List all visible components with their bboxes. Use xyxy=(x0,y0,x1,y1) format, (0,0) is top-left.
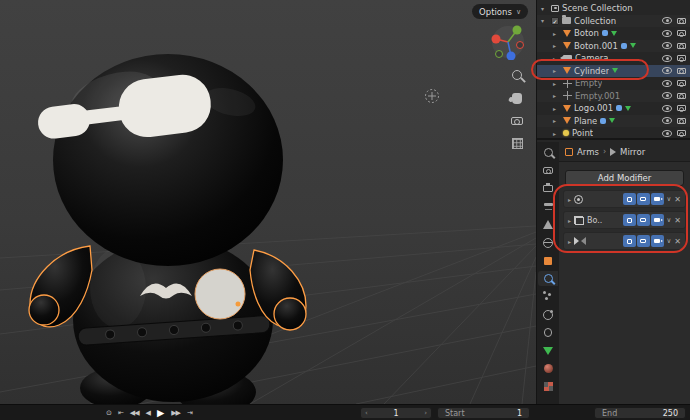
close-icon[interactable]: ✕ xyxy=(674,195,681,204)
edit-mode-toggle[interactable] xyxy=(623,235,636,247)
outliner-row-boton-001[interactable]: ▸ Boton.001 xyxy=(537,40,690,53)
expand-icon[interactable]: ▸ xyxy=(553,80,560,87)
realtime-toggle[interactable] xyxy=(637,193,650,205)
hide-eye-icon[interactable] xyxy=(662,92,672,99)
add-modifier-button[interactable]: Add Modifier xyxy=(565,170,684,186)
hide-eye-icon[interactable] xyxy=(662,130,672,137)
tab-modifiers[interactable] xyxy=(538,271,558,286)
chevron-down-icon[interactable]: ∨ xyxy=(667,237,672,245)
render-toggle[interactable] xyxy=(651,214,664,226)
expand-icon[interactable]: ▸ xyxy=(568,217,571,224)
outliner-row-point[interactable]: ▸ Point xyxy=(537,127,690,140)
disable-render-camera-icon[interactable] xyxy=(677,93,686,99)
tab-object-data[interactable] xyxy=(538,343,558,358)
realtime-toggle[interactable] xyxy=(637,235,650,247)
render-toggle[interactable] xyxy=(651,193,664,205)
tab-physics[interactable] xyxy=(538,307,558,322)
modifier-row-subsurf[interactable]: ▸ ∨ ✕ xyxy=(563,190,686,208)
hide-eye-icon[interactable] xyxy=(662,55,672,62)
tab-tool[interactable] xyxy=(538,145,558,160)
timeline-bar[interactable]: ⊙ ⇤ ◀◀ ◀ ▶ ▶▶ ⇥ ‹ 1 › Start 1 End 250 xyxy=(0,404,690,420)
grid-ortho-icon[interactable] xyxy=(512,138,523,149)
disable-render-camera-icon[interactable] xyxy=(677,130,686,136)
expand-icon[interactable]: ▸ xyxy=(568,196,571,203)
render-toggle[interactable] xyxy=(651,235,664,247)
navigation-gizmo[interactable] xyxy=(490,24,526,60)
outliner-row-cylinder[interactable]: ▸ Cylinder xyxy=(537,65,690,78)
options-button[interactable]: Options ∨ xyxy=(472,4,528,19)
disable-render-camera-icon[interactable] xyxy=(677,68,686,74)
expand-icon[interactable]: ▸ xyxy=(553,130,560,137)
play-button[interactable]: ▶ xyxy=(157,407,164,418)
close-icon[interactable]: ✕ xyxy=(674,216,681,225)
expand-icon[interactable]: ▸ xyxy=(553,30,560,37)
breadcrumb-modifier[interactable]: Mirror xyxy=(620,147,645,157)
hide-eye-icon[interactable] xyxy=(662,17,672,24)
expand-icon[interactable]: ▸ xyxy=(553,67,560,74)
outliner-row-empty[interactable]: ▸ Empty xyxy=(537,77,690,90)
outliner-row-logo-001[interactable]: ▸ Logo.001 xyxy=(537,102,690,115)
expand-icon[interactable]: ▾ xyxy=(541,5,548,12)
outliner-row-empty-001[interactable]: ▸ Empty.001 xyxy=(537,90,690,103)
disable-render-camera-icon[interactable] xyxy=(677,105,686,111)
stepper-left-icon[interactable]: ‹ xyxy=(365,409,368,417)
tab-scene[interactable] xyxy=(538,217,558,232)
robot-character[interactable] xyxy=(29,54,306,404)
hide-eye-icon[interactable] xyxy=(662,105,672,112)
hide-eye-icon[interactable] xyxy=(662,80,672,87)
disable-render-camera-icon[interactable] xyxy=(677,18,686,24)
play-reverse-button[interactable]: ◀ xyxy=(146,409,150,417)
jump-to-end-button[interactable]: ⇥ xyxy=(187,409,192,417)
breadcrumb-object[interactable]: Arms xyxy=(577,147,599,157)
stepper-right-icon[interactable]: › xyxy=(424,409,427,417)
outliner-row-camera[interactable]: ▸ Camera xyxy=(537,52,690,65)
tab-render[interactable] xyxy=(538,163,558,178)
tab-world[interactable] xyxy=(538,235,558,250)
edit-mode-toggle[interactable] xyxy=(623,214,636,226)
modifier-row-mirror[interactable]: ▸ ∨ ✕ xyxy=(563,232,686,250)
modifier-row-boolean[interactable]: ▸ Bo.. ∨ ✕ xyxy=(563,211,686,229)
chevron-down-icon[interactable]: ∨ xyxy=(667,195,672,203)
tab-output[interactable] xyxy=(538,181,558,196)
zoom-icon[interactable] xyxy=(512,70,522,80)
tab-view-layer[interactable] xyxy=(538,199,558,214)
tab-constraints[interactable] xyxy=(538,325,558,340)
disable-render-camera-icon[interactable] xyxy=(677,55,686,61)
tab-particles[interactable] xyxy=(538,289,558,304)
outliner-row-collection[interactable]: ▾ ✓ Collection xyxy=(537,15,690,28)
expand-icon[interactable]: ▸ xyxy=(553,42,560,49)
3d-viewport[interactable]: Options ∨ xyxy=(0,0,536,404)
disable-render-camera-icon[interactable] xyxy=(677,80,686,86)
hide-eye-icon[interactable] xyxy=(662,30,672,37)
outliner-row-plane[interactable]: ▸ Plane xyxy=(537,115,690,128)
hide-eye-icon[interactable] xyxy=(662,42,672,49)
expand-icon[interactable]: ▾ xyxy=(541,17,548,24)
outliner-row-scene-collection[interactable]: ▾ Scene Collection xyxy=(537,2,690,15)
jump-to-start-button[interactable]: ⇤ xyxy=(118,409,123,417)
hide-eye-icon[interactable] xyxy=(662,117,672,124)
expand-icon[interactable]: ▸ xyxy=(553,92,560,99)
hide-eye-icon[interactable] xyxy=(662,67,672,74)
tab-material[interactable] xyxy=(538,361,558,376)
next-keyframe-button[interactable]: ▶▶ xyxy=(171,409,180,417)
sync-button[interactable]: ⊙ xyxy=(106,409,111,417)
tab-object[interactable] xyxy=(538,253,558,268)
collection-checkbox[interactable]: ✓ xyxy=(551,17,559,25)
expand-icon[interactable]: ▸ xyxy=(553,105,560,112)
realtime-toggle[interactable] xyxy=(637,214,650,226)
start-frame-field[interactable]: Start 1 xyxy=(437,407,530,419)
disable-render-camera-icon[interactable] xyxy=(677,30,686,36)
edit-mode-toggle[interactable] xyxy=(623,193,636,205)
outliner-row-boton[interactable]: ▸ Boton xyxy=(537,27,690,40)
close-icon[interactable]: ✕ xyxy=(674,237,681,246)
tab-texture[interactable] xyxy=(538,379,558,394)
prev-keyframe-button[interactable]: ◀◀ xyxy=(130,409,139,417)
pan-hand-icon[interactable] xyxy=(512,93,522,104)
disable-render-camera-icon[interactable] xyxy=(677,43,686,49)
expand-icon[interactable]: ▸ xyxy=(568,238,571,245)
chevron-down-icon[interactable]: ∨ xyxy=(667,216,672,224)
current-frame-field[interactable]: ‹ 1 › xyxy=(360,407,432,419)
camera-view-icon[interactable] xyxy=(511,117,523,125)
disable-render-camera-icon[interactable] xyxy=(677,118,686,124)
end-frame-field[interactable]: End 250 xyxy=(594,407,686,419)
